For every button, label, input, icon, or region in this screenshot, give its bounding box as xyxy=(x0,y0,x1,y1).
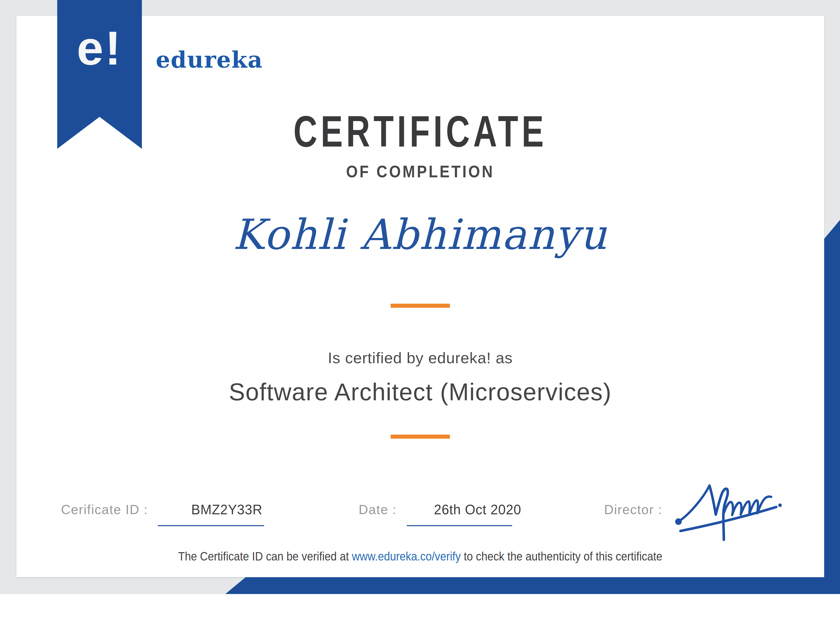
date-underline xyxy=(407,525,512,526)
recipient-name: Kohli Abhimanyu xyxy=(16,210,824,260)
certificate-id-value: BMZ2Y33R xyxy=(165,501,289,518)
edureka-logo-icon: e! xyxy=(57,24,142,72)
orange-divider-top xyxy=(391,304,450,308)
certified-by-line: Is certified by edureka! as xyxy=(16,349,824,367)
course-title: Software Architect (Microservices) xyxy=(16,378,824,406)
certificate-id-underline xyxy=(158,525,264,526)
date-value: 26th Oct 2020 xyxy=(414,501,541,518)
certificate-id-label: Cerificate ID : xyxy=(61,502,148,517)
edureka-wordmark: edureka xyxy=(156,48,263,71)
date-label: Date : xyxy=(358,502,397,517)
orange-divider-bottom xyxy=(391,435,450,439)
verification-suffix: to check the authenticity of this certif… xyxy=(461,549,662,563)
director-signature-icon xyxy=(669,472,785,542)
director-label: Director : xyxy=(604,502,662,517)
verification-prefix: The Certificate ID can be verified at xyxy=(178,549,352,563)
verification-line: The Certificate ID can be verified at ww… xyxy=(57,549,784,564)
certificate-title: CERTIFICATE xyxy=(117,109,723,153)
certificate-page: edureka CERTIFICATE OF COMPLETION Kohli … xyxy=(0,0,840,620)
verification-link[interactable]: www.edureka.co/verify xyxy=(352,549,461,563)
certificate-subtitle: OF COMPLETION xyxy=(57,163,784,180)
